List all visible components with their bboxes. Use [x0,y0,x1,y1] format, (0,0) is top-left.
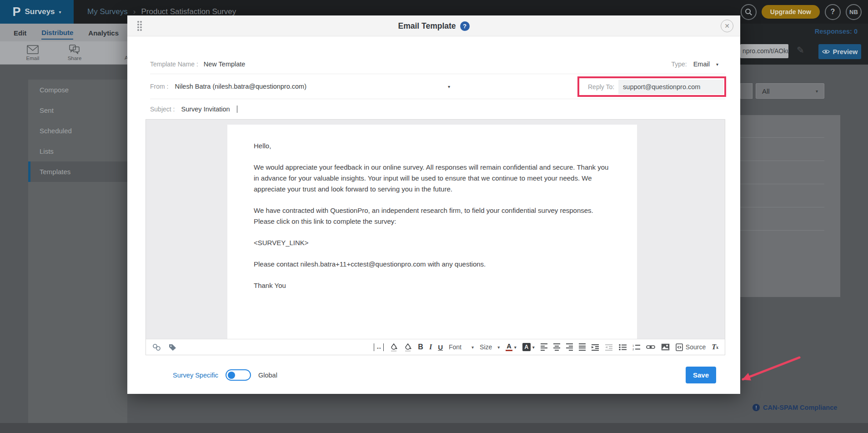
insert-anchor-button[interactable] [152,341,161,353]
reply-to-input[interactable]: support@questionpro.com [618,80,723,94]
share-icon [69,45,80,54]
email-body-content[interactable]: Hello, We would appreciate your feedback… [227,125,637,339]
tab-distribute[interactable]: Distribute [41,25,73,40]
source-label: Source [686,343,706,351]
close-button[interactable]: ✕ [721,20,733,32]
page-background-button[interactable] [390,341,398,353]
from-label: From : [150,83,168,90]
remove-format-button[interactable]: Tx [712,341,718,353]
background-color-icon: A [522,343,531,351]
body-paragraph: We have contracted with QuestionPro, an … [254,205,611,227]
font-dropdown[interactable]: Font ▾ [449,341,474,353]
template-name-label: Template Name : [150,60,198,68]
chevron-down-icon: ▾ [716,62,718,67]
search-button[interactable] [741,4,757,20]
help-button[interactable]: ? [825,4,841,20]
body-paragraph: <SURVEY_LINK> [254,237,611,248]
responses-count[interactable]: Responses: 0 [815,28,858,35]
sidebar-item-scheduled[interactable]: Scheduled [28,121,127,141]
templates-list-panel [740,115,840,297]
upgrade-now-button[interactable]: Upgrade Now [762,5,820,19]
justify-button[interactable] [579,341,586,353]
scope-toggle[interactable] [226,369,251,381]
insert-link-button[interactable] [646,341,655,353]
save-button[interactable]: Save [686,367,716,383]
user-avatar[interactable]: NB [846,4,862,20]
numbered-list-button[interactable]: 12 [632,341,640,353]
chevron-down-icon: ▾ [59,10,61,15]
align-center-button[interactable] [553,341,560,353]
tag-icon [168,343,177,351]
preview-button[interactable]: Preview [818,44,861,59]
eye-icon [822,49,830,54]
survey-tabs: Edit Distribute Analytics [0,24,127,41]
align-right-button[interactable] [566,341,573,353]
italic-button[interactable]: I [429,341,432,353]
background-color-button[interactable]: A▾ [522,341,535,353]
distribute-email-button[interactable]: Email [12,41,54,64]
set-width-button[interactable]: ↔ [374,341,384,353]
size-dropdown[interactable]: Size ▾ [480,341,500,353]
envelope-icon [27,45,39,54]
list-row-divider [740,161,824,161]
text-color-icon: A [506,343,512,351]
drag-handle-icon[interactable] [137,21,142,31]
product-name: Surveys [25,7,55,16]
dialog-footer: Survey Specific Global Save [150,355,725,383]
distribute-share-button[interactable]: Share [54,41,95,64]
source-button[interactable]: Source [676,341,706,353]
survey-header-right: Responses: 0 npro.com/t/AOku ✎ Preview [740,24,868,65]
questionpro-logo: P [12,6,20,18]
sidebar-item-lists[interactable]: Lists [28,141,127,161]
breadcrumb-separator: › [133,7,136,16]
from-dropdown-caret-icon[interactable]: ▾ [448,84,450,89]
svg-text:2: 2 [632,348,634,351]
sidebar-item-compose[interactable]: Compose [28,80,127,100]
remove-format-icon: x [716,345,718,350]
tab-edit[interactable]: Edit [14,26,26,39]
insert-image-button[interactable] [661,341,670,353]
sidebar-item-templates[interactable]: Templates [28,161,127,182]
svg-text:1: 1 [632,344,634,347]
type-label: Type: [671,60,687,68]
upgrade-label: Upgrade Now [770,8,811,15]
align-center-icon [553,342,560,352]
align-left-button[interactable] [541,341,547,353]
dialog-header: Email Template ? ✕ [127,15,740,36]
size-label: Size [480,343,492,351]
dialog-help-icon[interactable]: ? [460,21,470,31]
from-value[interactable]: Nilesh Batra (nilesh.batra@questionpro.c… [175,83,306,90]
tab-analytics[interactable]: Analytics [88,26,119,39]
outdent-button[interactable] [605,341,613,353]
text-color-button[interactable]: A▾ [506,341,517,353]
can-spam-link[interactable]: ! CAN-SPAM Compliance [753,404,837,411]
merge-tag-button[interactable] [168,341,177,353]
text-background-button[interactable] [404,341,412,353]
indent-button[interactable] [592,341,599,353]
justify-icon [579,342,586,352]
underline-button[interactable]: U [438,341,443,353]
global-label: Global [258,372,277,379]
close-icon: ✕ [724,22,730,30]
can-spam-label: CAN-SPAM Compliance [763,404,837,411]
survey-url-input[interactable]: npro.com/t/AOku [740,44,788,58]
list-row-divider [740,184,824,184]
type-value: Email [693,60,710,68]
info-icon: ! [753,404,760,411]
type-dropdown[interactable]: Type: Email ▾ [671,60,718,68]
bold-button[interactable]: B [418,341,423,353]
font-label: Font [449,343,462,351]
list-row-divider [740,137,824,138]
template-name-value[interactable]: New Template [204,60,246,68]
product-switcher[interactable]: P Surveys ▾ [0,0,74,24]
sidebar-item-sent[interactable]: Sent [28,100,127,121]
subject-input[interactable]: Survey Invitation [181,106,230,113]
chevron-down-icon: ▾ [497,345,500,350]
numbered-list-icon: 12 [632,344,640,351]
templates-filter-dropdown[interactable]: All ▾ [756,83,824,99]
share-label: Share [68,55,82,61]
edit-url-pencil-icon[interactable]: ✎ [797,45,804,55]
bulleted-list-button[interactable] [619,341,627,353]
breadcrumb-my-surveys[interactable]: My Surveys [87,7,128,16]
image-icon [661,343,670,351]
